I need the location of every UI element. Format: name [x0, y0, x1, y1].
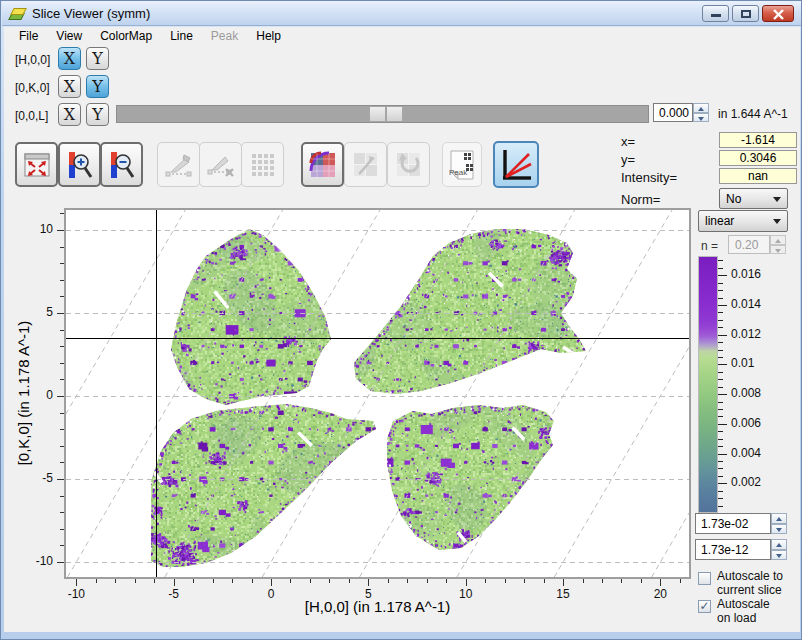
zoom-in-button[interactable]: [58, 142, 101, 187]
reset-zoom-button[interactable]: [15, 142, 58, 187]
x-axis-tick: [583, 579, 584, 583]
spin-up-icon[interactable]: [771, 513, 787, 524]
scale-type-dropdown[interactable]: linear: [698, 210, 788, 232]
colorbar-minor-tick: [718, 431, 723, 432]
y-axis-tick: [57, 396, 64, 397]
spin-down-icon[interactable]: [771, 550, 787, 561]
colorbar-minor-tick: [718, 342, 723, 343]
y-axis-tick: [60, 296, 64, 297]
dim-h00-label: [H,0,0]: [15, 53, 57, 67]
slice-plot-canvas[interactable]: [66, 210, 689, 577]
x-axis-tick: [252, 579, 253, 583]
spin-down-icon[interactable]: [693, 113, 709, 123]
dropdown-arrow-icon: [773, 197, 781, 202]
colorbar-minor-tick: [718, 402, 723, 403]
readout-y-value: 0.3046: [719, 150, 797, 166]
colorbar[interactable]: [698, 256, 718, 513]
x-axis-tick: [96, 579, 97, 583]
power-n-spinbox: 0.20: [728, 235, 770, 254]
x-axis-tick: [641, 579, 642, 583]
colorbar-tick-label: 0.01: [731, 356, 754, 370]
colorbar-major-tick: [718, 364, 727, 365]
rebin-mode-button[interactable]: [301, 142, 344, 187]
x-axis-tick: [271, 579, 272, 586]
maximize-button[interactable]: [732, 5, 759, 22]
menu-line[interactable]: Line: [161, 27, 202, 46]
colorbar-minor-tick: [718, 416, 723, 417]
dim-0k0-x-button[interactable]: X: [58, 75, 81, 98]
dim-00l-x-button[interactable]: X: [58, 103, 81, 126]
dim-h00-x-button[interactable]: X: [58, 47, 81, 70]
colorscale-min-spinbox[interactable]: 1.73e-12: [695, 539, 771, 560]
menu-colormap[interactable]: ColorMap: [91, 27, 161, 46]
minimize-button[interactable]: [702, 5, 729, 22]
menu-file[interactable]: File: [10, 27, 47, 46]
menubar: File View ColorMap Line Peak Help: [4, 27, 800, 46]
x-axis-tick: [485, 579, 486, 583]
plot-area[interactable]: [64, 208, 691, 579]
app-icon: [9, 5, 27, 22]
y-axis-tick: [60, 213, 64, 214]
window-title: Slice Viewer (symm): [32, 6, 150, 21]
dim-h00-y-button[interactable]: Y: [86, 47, 109, 70]
norm-dropdown[interactable]: No: [719, 188, 788, 209]
rebin-refresh-button: [387, 142, 430, 187]
slider-handle[interactable]: [369, 106, 403, 122]
menu-peak: Peak: [202, 27, 247, 46]
colorbar-minor-tick: [718, 260, 723, 261]
colorbar-minor-tick: [718, 506, 723, 507]
x-axis-tick: [232, 579, 233, 583]
spin-down-icon: [770, 245, 786, 255]
x-axis-tick: [213, 579, 214, 583]
y-axis-tick: [57, 230, 64, 231]
slice-point-spin-arrows[interactable]: [693, 103, 709, 122]
menu-view[interactable]: View: [47, 27, 91, 46]
dim-00l-label: [0,0,L]: [15, 109, 57, 123]
peaks-overlay-button[interactable]: Peak: [442, 142, 482, 187]
y-axis-tick: [60, 379, 64, 380]
colorbar-minor-tick: [718, 298, 723, 299]
close-icon: [773, 9, 784, 20]
x-axis-tick: [388, 579, 389, 583]
norm-dropdown-value: No: [726, 192, 741, 206]
colorbar-minor-tick: [718, 350, 723, 351]
colorscale-min-spin-arrows[interactable]: [771, 539, 787, 560]
slice-viewer-window: Slice Viewer (symm) File View ColorMap L…: [0, 0, 802, 640]
x-axis-tick: [290, 579, 291, 583]
rebin-mode-icon: [308, 150, 338, 180]
y-axis-tick: [57, 562, 64, 563]
colorbar-minor-tick: [718, 379, 723, 380]
readout-x-label: x=: [621, 134, 635, 149]
y-axis-tick: [60, 512, 64, 513]
colorbar-tick-label: 0.006: [731, 416, 761, 430]
colorbar-tick-label: 0.002: [731, 475, 761, 489]
dim-00l-y-button[interactable]: Y: [86, 103, 109, 126]
norm-label: Norm=: [621, 192, 660, 207]
titlebar[interactable]: Slice Viewer (symm): [2, 1, 802, 26]
colorbar-tick-label: 0.012: [731, 327, 761, 341]
spin-up-icon[interactable]: [693, 103, 709, 113]
colorscale-max-spin-arrows[interactable]: [771, 513, 787, 534]
y-axis-label: [0,K,0] (in 1.178 A^-1): [15, 321, 32, 466]
colorbar-minor-tick: [718, 290, 723, 291]
slice-point-spinbox[interactable]: 0.000: [653, 103, 693, 122]
autoscale-slice-checkbox[interactable]: [698, 572, 711, 585]
close-button[interactable]: [762, 5, 794, 22]
colorscale-max-spinbox[interactable]: 1.73e-02: [695, 513, 771, 534]
autoscale-load-checkbox[interactable]: ✓: [698, 600, 711, 613]
zoom-out-button[interactable]: [100, 142, 143, 187]
menu-help[interactable]: Help: [247, 27, 290, 46]
colorbar-minor-tick: [718, 461, 723, 462]
colorbar-major-tick: [718, 275, 727, 276]
spin-down-icon[interactable]: [771, 524, 787, 535]
dim-0k0-y-button[interactable]: Y: [86, 75, 109, 98]
x-axis-tick: [115, 579, 116, 583]
colorbar-major-tick: [718, 335, 727, 336]
colorbar-minor-tick: [718, 468, 723, 469]
colorbar-major-tick: [718, 305, 727, 306]
spin-up-icon[interactable]: [771, 539, 787, 550]
snap-grid-button: [241, 142, 284, 187]
colorbar-minor-tick: [718, 372, 723, 373]
nonorthogonal-axes-icon: [499, 148, 533, 182]
nonorthogonal-view-button[interactable]: [493, 141, 539, 188]
